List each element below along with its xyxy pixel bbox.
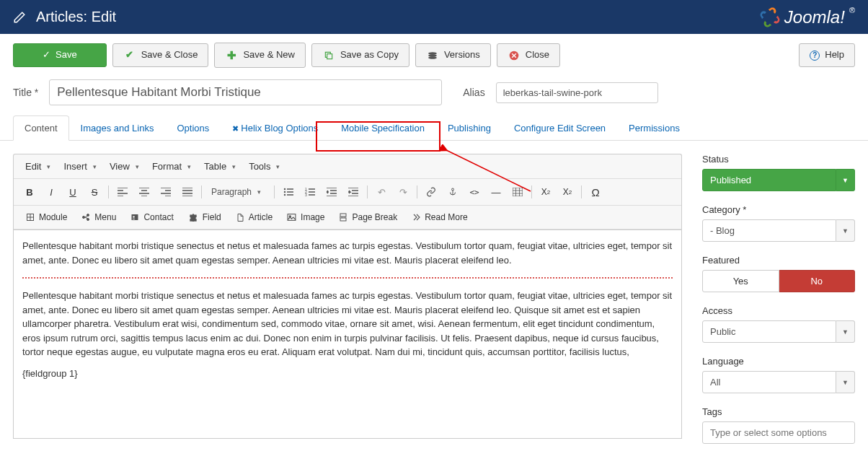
special-char-icon[interactable]: Ω	[585, 183, 606, 201]
insert-field-button[interactable]: Field	[182, 209, 228, 225]
align-right-icon[interactable]	[156, 183, 176, 201]
featured-yes-button[interactable]: Yes	[702, 270, 779, 292]
article-icon	[236, 213, 244, 222]
svg-point-16	[87, 219, 89, 221]
tabs: Content Images and Links Options ✖ Helix…	[0, 115, 868, 141]
featured-toggle: Yes No	[702, 270, 855, 292]
svg-text:3: 3	[305, 193, 307, 196]
pencil-icon	[13, 11, 26, 24]
svg-rect-12	[513, 188, 523, 196]
insert-page-break-button[interactable]: Page Break	[332, 209, 404, 225]
editor-menu-format[interactable]: Format	[146, 158, 197, 175]
source-code-icon[interactable]: <>	[464, 183, 484, 201]
tab-options[interactable]: Options	[165, 115, 221, 141]
insert-module-button[interactable]: Module	[19, 209, 74, 225]
plus-icon: ✚	[225, 48, 238, 63]
tab-images-links[interactable]: Images and Links	[69, 115, 166, 141]
language-select[interactable]: All ▼	[702, 371, 855, 393]
alias-input[interactable]	[496, 82, 658, 103]
svg-rect-21	[340, 214, 346, 217]
field-label: Field	[203, 212, 221, 222]
title-row: Title * Alias	[0, 75, 868, 115]
save-button[interactable]: ✓Save	[13, 43, 107, 66]
bullet-list-icon[interactable]	[278, 183, 298, 201]
tab-content[interactable]: Content	[13, 115, 69, 141]
help-label: Help	[825, 48, 844, 61]
versions-button[interactable]: Versions	[415, 43, 491, 66]
table-icon[interactable]	[508, 183, 528, 201]
menu-label: Menu	[94, 212, 116, 222]
status-label: Status	[702, 154, 855, 165]
chevron-down-icon: ▼	[836, 371, 855, 393]
subscript-icon[interactable]: X2	[536, 183, 556, 201]
editor-menu-tools[interactable]: Tools	[243, 158, 285, 175]
hr-icon[interactable]: —	[486, 183, 506, 201]
category-select[interactable]: - Blog ▼	[702, 219, 855, 242]
indent-icon[interactable]	[343, 183, 363, 201]
field-puzzle-icon	[188, 213, 198, 222]
close-button[interactable]: Close	[497, 43, 560, 66]
help-button[interactable]: ?Help	[799, 43, 855, 66]
tab-mobile-specification[interactable]: Mobile Specification	[329, 115, 436, 141]
featured-no-button[interactable]: No	[779, 270, 856, 292]
tags-label: Tags	[702, 406, 855, 417]
undo-icon[interactable]: ↶	[371, 183, 391, 201]
status-value: Published	[702, 169, 836, 191]
align-left-icon[interactable]	[112, 183, 133, 201]
tab-configure-edit[interactable]: Configure Edit Screen	[502, 115, 617, 141]
check-icon: ✔	[123, 48, 136, 61]
pagebreak-icon	[339, 213, 347, 222]
tab-permissions[interactable]: Permissions	[617, 115, 691, 141]
editor-content-area[interactable]: Pellentesque habitant morbi tristique se…	[13, 230, 682, 439]
tab-publishing[interactable]: Publishing	[436, 115, 502, 141]
svg-rect-19	[288, 214, 296, 221]
editor-menu-insert[interactable]: Insert	[58, 158, 102, 175]
editor-menu-table[interactable]: Table	[198, 158, 242, 175]
language-value: All	[702, 371, 836, 393]
bold-icon[interactable]: B	[19, 183, 40, 201]
editor-menu-edit[interactable]: Edit	[19, 158, 56, 175]
outdent-icon[interactable]	[322, 183, 342, 201]
align-center-icon[interactable]	[134, 183, 154, 201]
anchor-icon[interactable]	[443, 183, 463, 201]
save-copy-button[interactable]: Save as Copy	[311, 43, 409, 66]
insert-contact-button[interactable]: Contact	[124, 209, 180, 225]
brand-text: Joomla!	[784, 7, 845, 27]
insert-article-button[interactable]: Article	[229, 209, 279, 225]
module-icon	[26, 213, 35, 222]
contact-icon	[130, 213, 139, 222]
menu-share-icon	[81, 213, 90, 222]
save-new-label: Save & New	[243, 48, 295, 61]
superscript-icon[interactable]: X2	[557, 183, 577, 201]
insert-read-more-button[interactable]: Read More	[405, 209, 474, 225]
insert-image-button[interactable]: Image	[280, 209, 331, 225]
image-icon	[287, 213, 296, 222]
close-label: Close	[526, 48, 549, 61]
save-new-button[interactable]: ✚Save & New	[214, 43, 306, 68]
redo-icon[interactable]: ↷	[393, 183, 413, 201]
copy-icon	[322, 51, 335, 61]
link-icon[interactable]	[421, 183, 441, 201]
underline-icon[interactable]: U	[63, 183, 83, 201]
readmore-chevron-icon	[412, 213, 420, 222]
save-close-label: Save & Close	[141, 48, 198, 61]
title-input[interactable]	[49, 79, 442, 105]
svg-rect-0	[327, 53, 332, 58]
insert-menu-button[interactable]: Menu	[75, 209, 123, 225]
strikethrough-icon[interactable]: S	[84, 183, 105, 201]
editor-menu-view[interactable]: View	[104, 158, 145, 175]
joomla-logo: Joomla!®	[760, 7, 855, 27]
tab-helix[interactable]: ✖ Helix Blog Options	[221, 115, 329, 141]
access-label: Access	[702, 305, 855, 316]
editor-toolbar: Edit Insert View Format Table Tools B I …	[13, 154, 682, 230]
paragraph-format-select[interactable]: Paragraph	[205, 184, 270, 200]
align-justify-icon[interactable]	[177, 183, 198, 201]
italic-icon[interactable]: I	[41, 183, 61, 201]
toolbar: ✓Save ✔Save & Close ✚Save & New Save as …	[0, 34, 868, 75]
tags-input[interactable]	[702, 421, 855, 444]
access-select[interactable]: Public ▼	[702, 320, 855, 343]
status-select[interactable]: Published ▼	[702, 169, 855, 191]
save-close-button[interactable]: ✔Save & Close	[112, 43, 209, 66]
number-list-icon[interactable]: 123	[300, 183, 320, 201]
content-paragraph: Pellentesque habitant morbi tristique se…	[22, 289, 673, 359]
